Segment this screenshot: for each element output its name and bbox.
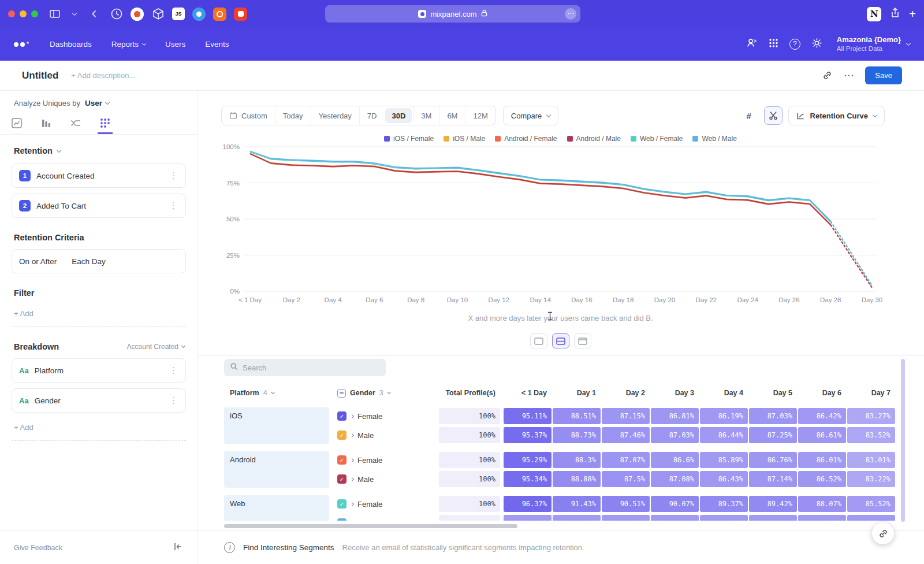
vertical-scrollbar[interactable]: [901, 359, 905, 522]
retention-value-cell[interactable]: 87.15%: [602, 408, 650, 424]
window-zoom-button[interactable]: [31, 10, 38, 17]
retention-value-cell[interactable]: 89.42%: [749, 496, 797, 512]
retention-value-cell[interactable]: 86.43%: [700, 471, 748, 487]
share-icon[interactable]: [891, 8, 900, 21]
browser-sidebar-toggle-icon[interactable]: [47, 6, 62, 21]
give-feedback-link[interactable]: Give Feedback: [14, 544, 62, 552]
retention-value-cell[interactable]: 87.14%: [749, 471, 797, 487]
orange-extension-icon[interactable]: [213, 8, 226, 21]
retention-value-cell[interactable]: 90.07%: [651, 496, 699, 512]
platform-cell[interactable]: Android: [224, 451, 329, 488]
apps-grid-icon[interactable]: [769, 38, 778, 50]
retention-value-cell[interactable]: 86.76%: [749, 452, 797, 468]
share-link-floating-button[interactable]: [872, 522, 894, 544]
gender-checkbox[interactable]: ✓: [337, 474, 346, 484]
retention-value-cell[interactable]: 87.03%: [651, 427, 699, 443]
nav-events[interactable]: Events: [205, 40, 229, 49]
gender-checkbox[interactable]: ✓: [337, 518, 346, 521]
tab-insights[interactable]: [9, 113, 24, 134]
retention-step[interactable]: 2Added To Cart⋮: [12, 194, 186, 218]
select-all-checkbox[interactable]: [337, 389, 346, 398]
view-chart-only-button[interactable]: [530, 333, 547, 348]
retention-value-cell[interactable]: 87.46%: [602, 427, 650, 443]
profiles-icon[interactable]: [746, 37, 758, 51]
kebab-menu-icon[interactable]: ⋮: [169, 201, 178, 211]
breakdown-scope-dropdown[interactable]: Account Created: [127, 343, 185, 351]
retention-value-cell[interactable]: [504, 515, 552, 521]
criteria-interval-dropdown[interactable]: Each Day: [72, 257, 106, 266]
retention-value-cell[interactable]: 96.37%: [504, 496, 552, 512]
criteria-mode-dropdown[interactable]: On or After: [19, 257, 57, 266]
window-minimize-button[interactable]: [20, 10, 27, 17]
retention-value-cell[interactable]: 86.42%: [798, 408, 846, 424]
nav-reports[interactable]: Reports: [111, 40, 146, 49]
retention-value-cell[interactable]: 95.11%: [504, 408, 552, 424]
horizontal-scrollbar[interactable]: [224, 524, 517, 528]
date-range-option-12m[interactable]: 12M: [465, 106, 495, 125]
date-range-option-today[interactable]: Today: [275, 106, 311, 125]
retention-value-cell[interactable]: 90.51%: [602, 496, 650, 512]
compare-button[interactable]: Compare: [503, 106, 558, 125]
retention-value-cell[interactable]: 88.88%: [553, 471, 601, 487]
retention-value-cell[interactable]: [553, 515, 601, 521]
url-bar[interactable]: mixpanel.com ⋯: [325, 5, 580, 23]
gender-checkbox[interactable]: ✓: [337, 411, 346, 421]
retention-value-cell[interactable]: 88.07%: [798, 496, 846, 512]
retention-value-cell[interactable]: 95.29%: [504, 452, 552, 468]
retention-value-cell[interactable]: 86.01%: [798, 452, 846, 468]
gender-column-header[interactable]: Gender3: [331, 389, 439, 398]
view-split-button[interactable]: [552, 333, 569, 348]
retention-value-cell[interactable]: 87.03%: [749, 408, 797, 424]
kebab-menu-icon[interactable]: ⋮: [169, 365, 178, 376]
retention-value-cell[interactable]: 83.52%: [847, 427, 895, 443]
add-description-button[interactable]: + Add description...: [71, 71, 135, 80]
collapse-sidebar-icon[interactable]: [173, 542, 182, 554]
tab-flows[interactable]: [68, 113, 83, 134]
retention-value-cell[interactable]: 86.44%: [700, 427, 748, 443]
legend-item[interactable]: Android / Male: [567, 135, 621, 143]
date-range-option-6m[interactable]: 6M: [439, 106, 465, 125]
retention-value-cell[interactable]: 86.52%: [798, 471, 846, 487]
chart-type-dropdown[interactable]: Retention Curve: [788, 106, 885, 125]
mixpanel-logo[interactable]: [14, 42, 29, 47]
legend-item[interactable]: iOS / Female: [384, 135, 434, 143]
view-table-only-button[interactable]: [574, 333, 591, 348]
retention-value-cell[interactable]: 83.27%: [847, 408, 895, 424]
hash-icon-button[interactable]: #: [740, 106, 758, 125]
js-extension-icon[interactable]: JS: [172, 8, 185, 20]
retention-value-cell[interactable]: 89.37%: [700, 496, 748, 512]
breakdown-item[interactable]: AaPlatform⋮: [12, 358, 186, 383]
notion-extension-icon[interactable]: N: [867, 7, 881, 21]
save-button[interactable]: Save: [865, 66, 902, 84]
retention-value-cell[interactable]: 88.51%: [553, 408, 601, 424]
platform-cell[interactable]: Web: [224, 495, 329, 521]
kebab-menu-icon[interactable]: ⋮: [169, 395, 178, 406]
analyze-by-dropdown[interactable]: User: [85, 99, 109, 107]
red-extension-icon[interactable]: [234, 8, 247, 21]
retention-value-cell[interactable]: 87.07%: [602, 452, 650, 468]
date-range-option-7d[interactable]: 7D: [359, 106, 385, 125]
retention-step[interactable]: 1Account Created⋮: [12, 164, 186, 188]
nav-dashboards[interactable]: Dashboards: [50, 40, 92, 49]
gender-checkbox[interactable]: ✓: [337, 499, 346, 509]
filter-add-button[interactable]: + Add: [14, 309, 184, 318]
gender-checkbox[interactable]: ✓: [337, 431, 346, 440]
retention-value-cell[interactable]: 88.3%: [553, 452, 601, 468]
retention-value-cell[interactable]: 83.01%: [847, 452, 895, 468]
help-icon[interactable]: ?: [789, 39, 800, 50]
chevron-right-icon[interactable]: [350, 414, 354, 418]
retention-value-cell[interactable]: 95.34%: [504, 471, 552, 487]
back-button[interactable]: [87, 6, 102, 21]
breakdown-add-button[interactable]: + Add: [14, 423, 184, 432]
retention-value-cell[interactable]: [700, 515, 748, 521]
retention-value-cell[interactable]: 87.5%: [602, 471, 650, 487]
retention-value-cell[interactable]: 86.6%: [651, 452, 699, 468]
more-options-button[interactable]: ⋯: [844, 69, 854, 81]
interesting-segments-bar[interactable]: i Find Interesting Segments Receive an e…: [198, 531, 924, 564]
legend-item[interactable]: Android / Female: [495, 135, 557, 143]
legend-item[interactable]: Web / Male: [692, 135, 736, 143]
retention-value-cell[interactable]: 87.08%: [651, 471, 699, 487]
date-range-option-30d[interactable]: 30D: [385, 108, 412, 123]
retention-value-cell[interactable]: 86.81%: [651, 408, 699, 424]
retention-value-cell[interactable]: 87.25%: [749, 427, 797, 443]
